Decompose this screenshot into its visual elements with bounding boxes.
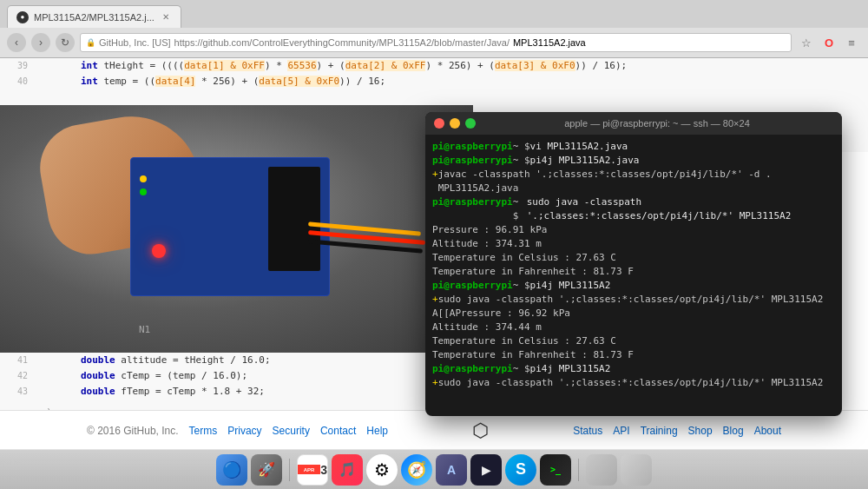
terminal-maximize-button[interactable] (465, 118, 476, 129)
dock-item-app1[interactable] (586, 454, 617, 486)
terminal-output: Temperature in Fahrenheit : 81.73 F (432, 265, 634, 279)
tab-favicon: ● (16, 11, 29, 23)
copyright-text: © 2016 GitHub, Inc. (87, 425, 179, 437)
dock-item-launchpad[interactable]: 🚀 (251, 454, 282, 486)
footer-link-api[interactable]: API (613, 425, 629, 437)
dock-item-music[interactable]: 🎵 (332, 454, 363, 486)
terminal-prompt: pi@raspberrypi (432, 279, 513, 293)
terminal-line: A[[APressure : 96.92 kPa (432, 307, 835, 320)
footer-link-status[interactable]: Status (573, 425, 602, 437)
terminal-prompt: pi@raspberrypi (432, 195, 513, 223)
address-bar: ‹ › ↻ 🔒 GitHub, Inc. [US] https://github… (0, 28, 868, 57)
code-line-42: 42 double cTemp = (temp / 16.0); (0, 368, 473, 384)
dock-item-altstore[interactable]: A (436, 454, 467, 486)
dock-item-finder[interactable]: 🔵 (216, 454, 247, 486)
terminal-body[interactable]: pi@raspberrypi ~ $ vi MPL3115A2.java pi@… (425, 135, 842, 416)
code-section-lower: 41 double altitude = tHeight / 16.0; 42 … (0, 353, 473, 400)
line-number: 43 (7, 384, 35, 400)
footer-link-security[interactable]: Security (273, 425, 310, 437)
terminal-line: Temperature in Celsius : 27.63 C (432, 334, 835, 348)
code-line-41: 41 double altitude = tHeight / 16.0; (0, 353, 473, 368)
code-content: double fTemp = cTemp * 1.8 + 32; (35, 384, 265, 400)
terminal-line: + sudo java -classpath '.;classes:*:clas… (432, 376, 835, 390)
line-number: 40 (7, 74, 35, 89)
footer-link-privacy[interactable]: Privacy (227, 425, 261, 437)
footer-link-help[interactable]: Help (366, 425, 388, 437)
reload-button[interactable]: ↻ (56, 33, 75, 52)
terminal-text: + (432, 376, 438, 390)
tab-title: MPL3115A2/MPL3115A2.j... (34, 12, 155, 23)
terminal-output: sudo java -classpath '.;classes:*:classe… (438, 293, 824, 307)
terminal-output: Temperature in Fahrenheit : 81.73 F (432, 348, 634, 362)
terminal-minimize-button[interactable] (450, 118, 460, 129)
terminal-close-button[interactable] (434, 118, 444, 129)
footer-link-terms[interactable]: Terms (189, 425, 218, 437)
dock-item-chrome[interactable]: ⚙ (366, 454, 398, 486)
back-button[interactable]: ‹ (7, 33, 26, 52)
footer-link-contact[interactable]: Contact (320, 425, 356, 437)
footer-link-blog[interactable]: Blog (723, 425, 744, 437)
terminal-line: Temperature in Fahrenheit : 81.73 F (432, 348, 835, 362)
terminal-prompt: pi@raspberrypi (432, 140, 513, 154)
terminal-line: Altitude : 374.44 m (432, 320, 835, 334)
terminal-output: Temperature in Celsius : 27.63 C (432, 251, 616, 265)
dock-item-iina[interactable]: ▶ (470, 454, 502, 486)
terminal-text: ~ $ (513, 140, 530, 154)
terminal-command: pi4j MPL3115A2 (530, 279, 611, 293)
terminal-output: A[[APressure : 96.92 kPa (432, 307, 570, 320)
code-line-39: 39 int tHeight = ((((data[1] & 0xFF) * 6… (0, 58, 868, 74)
url-highlight: MPL3115A2.java (513, 37, 586, 48)
dock-item-calendar[interactable]: APR 3 (297, 454, 328, 486)
url-origin: GitHub, Inc. [US] (99, 37, 171, 48)
terminal-line: pi@raspberrypi ~ $ vi MPL3115A2.java (432, 140, 835, 154)
footer-link-training[interactable]: Training (641, 425, 678, 437)
line-number: 39 (7, 58, 35, 74)
terminal-line: Pressure : 96.91 kPa (432, 223, 835, 237)
terminal-line: pi@raspberrypi ~ $ pi4j MPL3115A2.java (432, 154, 835, 168)
terminal-line: + sudo java -classpath '.;classes:*:clas… (432, 293, 835, 307)
terminal-output: sudo java -classpath '.;classes:*:classe… (438, 376, 824, 390)
terminal-prompt: pi@raspberrypi (432, 362, 513, 376)
code-section-top: 39 int tHeight = ((((data[1] & 0xFF) * 6… (0, 58, 868, 105)
forward-button[interactable]: › (31, 33, 50, 52)
toolbar-icons: ☆ O ≡ (797, 33, 861, 52)
terminal-command: sudo java -classpath '.;classes:*:classe… (527, 195, 835, 223)
dock-item-app2[interactable] (621, 454, 652, 486)
terminal-line: Temperature in Celsius : 27.63 C (432, 251, 835, 265)
dock-item-skype[interactable]: S (505, 454, 536, 486)
terminal-text: + (432, 168, 438, 195)
terminal-command: pi4j MPL3115A2.java (530, 154, 640, 168)
terminal-line: Temperature in Fahrenheit : 81.73 F (432, 265, 835, 279)
terminal-line: + javac -classpath '.;classes:*:classes/… (432, 168, 835, 195)
terminal-text: + (432, 293, 438, 307)
code-content: int temp = ((data[4] * 256) + (data[5] &… (35, 74, 385, 89)
terminal-text: ~ $ (513, 362, 530, 376)
hardware-photo: N1 (0, 105, 473, 353)
url-bar[interactable]: 🔒 GitHub, Inc. [US] https://github.com/C… (80, 33, 792, 52)
terminal-prompt: pi@raspberrypi (432, 154, 513, 168)
terminal-text: ~ $ (513, 279, 530, 293)
menu-icon[interactable]: ≡ (842, 33, 861, 52)
dock-item-safari[interactable]: 🧭 (401, 454, 432, 486)
footer-link-shop[interactable]: Shop (688, 425, 713, 437)
terminal-text: ~ $ (513, 154, 530, 168)
terminal-line: pi@raspberrypi ~ $ sudo java -classpath … (432, 195, 835, 223)
code-content: double altitude = tHeight / 16.0; (35, 353, 271, 368)
tab-close-button[interactable]: ✕ (160, 11, 172, 23)
opera-icon[interactable]: O (819, 33, 838, 52)
terminal-line: Altitude : 374.31 m (432, 237, 835, 251)
terminal-window: apple — pi@raspberrypi: ~ — ssh — 80×24 … (425, 112, 842, 416)
code-line-43: 43 double fTemp = cTemp * 1.8 + 32; (0, 384, 473, 400)
dock-item-terminal[interactable]: >_ (540, 454, 571, 486)
terminal-output: Altitude : 374.44 m (432, 320, 542, 334)
terminal-line: pi@raspberrypi ~ $ pi4j MPL3115A2 (432, 279, 835, 293)
star-icon[interactable]: ☆ (797, 33, 816, 52)
dock: 🔵 🚀 APR 3 🎵 ⚙ 🧭 A ▶ S >_ (0, 449, 868, 489)
url-path: https://github.com/ControlEverythingComm… (174, 37, 510, 48)
terminal-text: ~ $ (513, 195, 527, 223)
code-content: int tHeight = ((((data[1] & 0xFF) * 6553… (35, 58, 627, 74)
footer-link-about[interactable]: About (754, 425, 781, 437)
browser-tab[interactable]: ● MPL3115A2/MPL3115A2.j... ✕ (7, 5, 181, 28)
line-number: 42 (7, 368, 35, 384)
terminal-command: pi4j MPL3115A2 (530, 362, 611, 376)
